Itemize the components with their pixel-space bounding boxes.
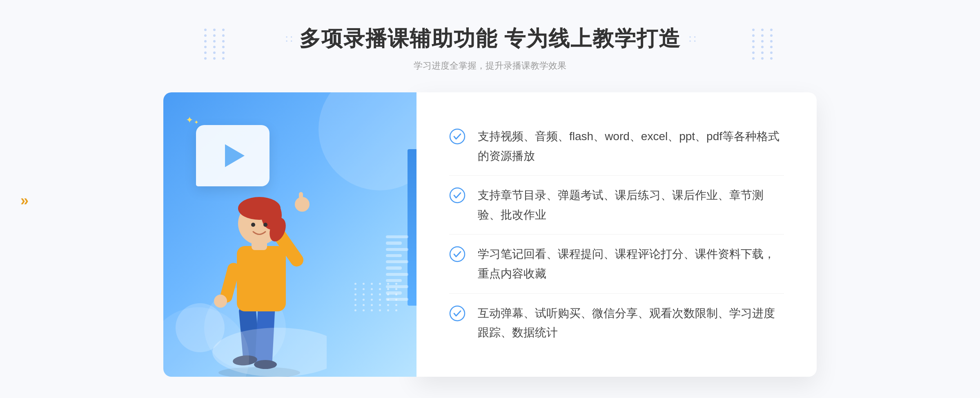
header-decorators: ∷ 多项录播课辅助功能 专为线上教学打造 ∷ xyxy=(285,25,695,53)
features-panel: 支持视频、音频、flash、word、excel、ppt、pdf等各种格式的资源… xyxy=(416,92,817,377)
svg-rect-9 xyxy=(299,192,303,207)
deco-dots-top-right xyxy=(752,29,776,60)
feature-item-3: 学习笔记回看、课程提问、课程评论打分、课件资料下载，重点内容收藏 xyxy=(449,235,784,293)
check-icon-4 xyxy=(449,305,466,322)
check-icon-2 xyxy=(449,187,466,203)
deco-dots-top-left xyxy=(204,29,228,60)
chevron-decoration-left: » xyxy=(20,192,29,209)
main-title: 多项录播课辅助功能 专为线上教学打造 xyxy=(299,25,681,53)
svg-point-16 xyxy=(251,223,255,227)
svg-point-22 xyxy=(450,306,465,321)
svg-point-21 xyxy=(450,247,465,262)
header-deco-right: ∷ xyxy=(689,32,695,46)
sparkle-icon: ✦ xyxy=(186,115,193,125)
svg-point-10 xyxy=(214,295,227,308)
subtitle: 学习进度全掌握，提升录播课教学效果 xyxy=(285,60,695,72)
page-wrapper: ∷ 多项录播课辅助功能 专为线上教学打造 ∷ 学习进度全掌握，提升录播课教学效果… xyxy=(0,0,980,398)
person-illustration xyxy=(196,156,327,377)
feature-text-4: 互动弹幕、试听购买、微信分享、观看次数限制、学习进度跟踪、数据统计 xyxy=(478,304,784,342)
feature-text-1: 支持视频、音频、flash、word、excel、ppt、pdf等各种格式的资源… xyxy=(478,127,784,165)
sparkle2-icon: ✦ xyxy=(194,119,199,125)
header-deco-left: ∷ xyxy=(285,32,291,46)
svg-point-19 xyxy=(450,129,465,144)
svg-point-18 xyxy=(212,328,327,377)
feature-text-2: 支持章节目录、弹题考试、课后练习、课后作业、章节测验、批改作业 xyxy=(478,186,784,224)
feature-text-3: 学习笔记回看、课程提问、课程评论打分、课件资料下载，重点内容收藏 xyxy=(478,244,784,283)
illus-dot-pattern xyxy=(354,283,400,311)
blue-accent-bar xyxy=(408,149,416,306)
svg-point-20 xyxy=(450,188,465,203)
content-area: ✦ ✦ xyxy=(163,92,817,377)
svg-rect-5 xyxy=(237,246,286,311)
feature-item-1: 支持视频、音频、flash、word、excel、ppt、pdf等各种格式的资源… xyxy=(449,117,784,176)
check-icon-3 xyxy=(449,246,466,262)
feature-item-4: 互动弹幕、试听购买、微信分享、观看次数限制、学习进度跟踪、数据统计 xyxy=(449,294,784,352)
illustration-panel: ✦ ✦ xyxy=(163,92,416,377)
feature-item-2: 支持章节目录、弹题考试、课后练习、课后作业、章节测验、批改作业 xyxy=(449,176,784,235)
svg-point-17 xyxy=(263,223,267,227)
header-section: ∷ 多项录播课辅助功能 专为线上教学打造 ∷ 学习进度全掌握，提升录播课教学效果 xyxy=(285,25,695,72)
check-icon-1 xyxy=(449,128,466,145)
